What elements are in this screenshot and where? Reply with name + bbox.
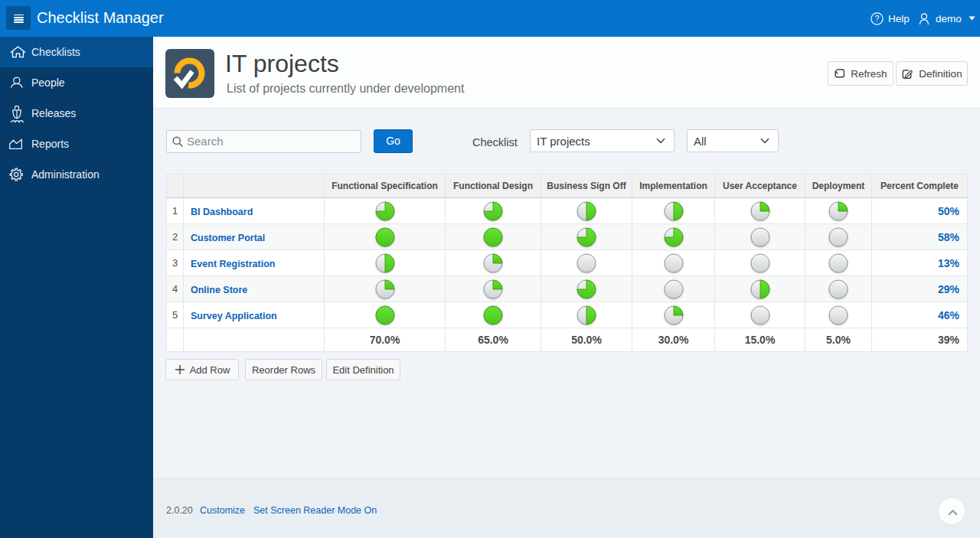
svg-text:?: ? [875, 14, 880, 23]
